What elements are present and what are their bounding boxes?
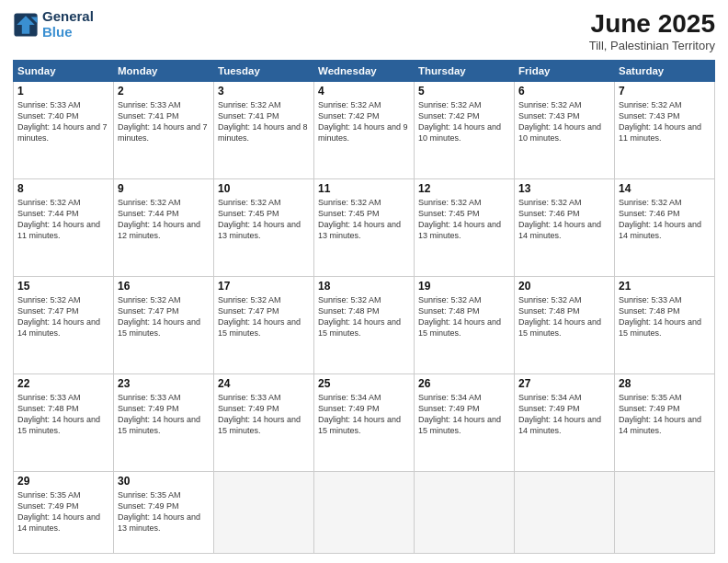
day-cell: 27 Sunrise: 5:34 AMSunset: 7:49 PMDaylig…: [515, 373, 615, 471]
day-number: 7: [619, 85, 711, 98]
logo-text: General Blue: [42, 9, 94, 40]
day-number: 29: [17, 475, 109, 488]
day-number: 13: [518, 182, 610, 195]
day-cell: 4 Sunrise: 5:32 AMSunset: 7:42 PMDayligh…: [314, 82, 415, 179]
day-number: 28: [619, 377, 711, 390]
day-cell: 23 Sunrise: 5:33 AMSunset: 7:49 PMDaylig…: [114, 373, 214, 471]
day-cell: 8 Sunrise: 5:32 AMSunset: 7:44 PMDayligh…: [14, 178, 114, 276]
day-cell: [615, 471, 715, 553]
header-row: Sunday Monday Tuesday Wednesday Thursday…: [14, 61, 715, 82]
day-cell: 18 Sunrise: 5:32 AMSunset: 7:48 PMDaylig…: [314, 276, 415, 373]
day-info: Sunrise: 5:32 AMSunset: 7:44 PMDaylight:…: [17, 197, 109, 242]
header-sunday: Sunday: [14, 61, 114, 82]
day-info: Sunrise: 5:32 AMSunset: 7:47 PMDaylight:…: [118, 294, 210, 339]
header-friday: Friday: [515, 61, 615, 82]
logo-icon: [13, 12, 39, 38]
day-number: 20: [518, 280, 610, 293]
day-cell: 10 Sunrise: 5:32 AMSunset: 7:45 PMDaylig…: [214, 178, 314, 276]
day-number: 24: [218, 377, 310, 390]
day-info: Sunrise: 5:35 AMSunset: 7:49 PMDaylight:…: [17, 489, 109, 534]
day-cell: 5 Sunrise: 5:32 AMSunset: 7:42 PMDayligh…: [415, 82, 515, 179]
day-info: Sunrise: 5:32 AMSunset: 7:46 PMDaylight:…: [518, 197, 610, 242]
day-cell: 6 Sunrise: 5:32 AMSunset: 7:43 PMDayligh…: [515, 82, 615, 179]
day-number: 22: [17, 377, 109, 390]
day-cell: 15 Sunrise: 5:32 AMSunset: 7:47 PMDaylig…: [14, 276, 114, 373]
day-cell: 25 Sunrise: 5:34 AMSunset: 7:49 PMDaylig…: [314, 373, 415, 471]
day-info: Sunrise: 5:33 AMSunset: 7:40 PMDaylight:…: [17, 99, 109, 144]
day-info: Sunrise: 5:32 AMSunset: 7:41 PMDaylight:…: [218, 99, 310, 144]
day-cell: 1 Sunrise: 5:33 AMSunset: 7:40 PMDayligh…: [14, 82, 114, 179]
header: General Blue June 2025 Till, Palestinian…: [13, 9, 715, 52]
day-info: Sunrise: 5:32 AMSunset: 7:48 PMDaylight:…: [418, 294, 510, 339]
day-number: 27: [518, 377, 610, 390]
day-number: 10: [218, 182, 310, 195]
day-number: 5: [418, 85, 510, 98]
day-number: 9: [118, 182, 210, 195]
day-info: Sunrise: 5:34 AMSunset: 7:49 PMDaylight:…: [418, 392, 510, 437]
day-cell: [214, 471, 314, 553]
day-number: 2: [118, 85, 210, 98]
day-info: Sunrise: 5:32 AMSunset: 7:45 PMDaylight:…: [318, 197, 410, 242]
day-info: Sunrise: 5:33 AMSunset: 7:48 PMDaylight:…: [17, 392, 109, 437]
title-block: June 2025 Till, Palestinian Territory: [589, 9, 715, 52]
day-cell: [515, 471, 615, 553]
day-cell: 12 Sunrise: 5:32 AMSunset: 7:45 PMDaylig…: [415, 178, 515, 276]
day-info: Sunrise: 5:32 AMSunset: 7:45 PMDaylight:…: [418, 197, 510, 242]
logo-line1: General: [42, 9, 94, 25]
logo: General Blue: [13, 9, 94, 40]
logo-line2: Blue: [42, 24, 73, 40]
day-cell: 17 Sunrise: 5:32 AMSunset: 7:47 PMDaylig…: [214, 276, 314, 373]
day-cell: 26 Sunrise: 5:34 AMSunset: 7:49 PMDaylig…: [415, 373, 515, 471]
day-info: Sunrise: 5:32 AMSunset: 7:42 PMDaylight:…: [318, 99, 410, 144]
day-info: Sunrise: 5:33 AMSunset: 7:48 PMDaylight:…: [619, 294, 711, 339]
day-number: 16: [118, 280, 210, 293]
day-number: 4: [318, 85, 410, 98]
day-cell: [314, 471, 415, 553]
day-info: Sunrise: 5:35 AMSunset: 7:49 PMDaylight:…: [619, 392, 711, 437]
month-title: June 2025: [589, 9, 715, 39]
day-cell: 9 Sunrise: 5:32 AMSunset: 7:44 PMDayligh…: [114, 178, 214, 276]
day-info: Sunrise: 5:33 AMSunset: 7:49 PMDaylight:…: [118, 392, 210, 437]
header-monday: Monday: [114, 61, 214, 82]
day-cell: 28 Sunrise: 5:35 AMSunset: 7:49 PMDaylig…: [615, 373, 715, 471]
day-cell: 11 Sunrise: 5:32 AMSunset: 7:45 PMDaylig…: [314, 178, 415, 276]
day-number: 6: [518, 85, 610, 98]
day-info: Sunrise: 5:34 AMSunset: 7:49 PMDaylight:…: [318, 392, 410, 437]
day-number: 18: [318, 280, 410, 293]
calendar-table: Sunday Monday Tuesday Wednesday Thursday…: [13, 60, 715, 554]
day-info: Sunrise: 5:32 AMSunset: 7:46 PMDaylight:…: [619, 197, 711, 242]
day-info: Sunrise: 5:32 AMSunset: 7:47 PMDaylight:…: [218, 294, 310, 339]
header-thursday: Thursday: [415, 61, 515, 82]
day-cell: 30 Sunrise: 5:35 AMSunset: 7:49 PMDaylig…: [114, 471, 214, 553]
day-number: 15: [17, 280, 109, 293]
day-cell: 21 Sunrise: 5:33 AMSunset: 7:48 PMDaylig…: [615, 276, 715, 373]
week-row-1: 1 Sunrise: 5:33 AMSunset: 7:40 PMDayligh…: [14, 82, 715, 179]
week-row-5: 29 Sunrise: 5:35 AMSunset: 7:49 PMDaylig…: [14, 471, 715, 553]
day-cell: [415, 471, 515, 553]
day-number: 11: [318, 182, 410, 195]
day-cell: 22 Sunrise: 5:33 AMSunset: 7:48 PMDaylig…: [14, 373, 114, 471]
day-number: 14: [619, 182, 711, 195]
day-number: 25: [318, 377, 410, 390]
day-number: 30: [118, 475, 210, 488]
day-info: Sunrise: 5:32 AMSunset: 7:47 PMDaylight:…: [17, 294, 109, 339]
day-number: 21: [619, 280, 711, 293]
day-cell: 14 Sunrise: 5:32 AMSunset: 7:46 PMDaylig…: [615, 178, 715, 276]
day-info: Sunrise: 5:32 AMSunset: 7:48 PMDaylight:…: [318, 294, 410, 339]
day-info: Sunrise: 5:32 AMSunset: 7:44 PMDaylight:…: [118, 197, 210, 242]
day-number: 19: [418, 280, 510, 293]
location: Till, Palestinian Territory: [589, 39, 715, 52]
day-cell: 7 Sunrise: 5:32 AMSunset: 7:43 PMDayligh…: [615, 82, 715, 179]
day-number: 17: [218, 280, 310, 293]
day-cell: 19 Sunrise: 5:32 AMSunset: 7:48 PMDaylig…: [415, 276, 515, 373]
week-row-3: 15 Sunrise: 5:32 AMSunset: 7:47 PMDaylig…: [14, 276, 715, 373]
day-cell: 20 Sunrise: 5:32 AMSunset: 7:48 PMDaylig…: [515, 276, 615, 373]
day-number: 1: [17, 85, 109, 98]
calendar-page: General Blue June 2025 Till, Palestinian…: [0, 0, 728, 563]
day-cell: 13 Sunrise: 5:32 AMSunset: 7:46 PMDaylig…: [515, 178, 615, 276]
day-info: Sunrise: 5:33 AMSunset: 7:49 PMDaylight:…: [218, 392, 310, 437]
day-number: 8: [17, 182, 109, 195]
day-number: 23: [118, 377, 210, 390]
day-number: 26: [418, 377, 510, 390]
day-number: 12: [418, 182, 510, 195]
